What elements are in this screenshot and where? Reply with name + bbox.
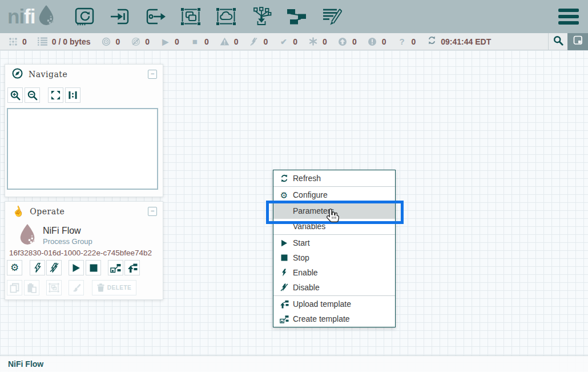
nifi-logo: nifi bbox=[7, 3, 56, 30]
menu-item-label: Configure bbox=[293, 190, 328, 199]
breadcrumb-bar: NiFi Flow bbox=[0, 355, 588, 372]
last-refreshed-time: 09:41:44 EDT bbox=[441, 37, 491, 46]
remote-process-group-icon[interactable] bbox=[215, 6, 237, 27]
stop-icon bbox=[279, 254, 289, 261]
search-icon bbox=[553, 35, 563, 48]
invalid-icon bbox=[220, 37, 229, 46]
stopped-icon: ■ bbox=[190, 37, 200, 46]
enable-button[interactable] bbox=[30, 260, 45, 275]
operate-selection: NiFi Flow Process Group bbox=[18, 222, 92, 249]
funnel-icon[interactable] bbox=[250, 6, 273, 27]
not-transmitting-icon bbox=[131, 37, 140, 46]
locally-modified-stale-count: 0 bbox=[382, 37, 386, 46]
running-count: 0 bbox=[175, 37, 179, 46]
paste-icon bbox=[27, 283, 37, 293]
refresh-icon[interactable] bbox=[428, 36, 436, 47]
paste-button[interactable] bbox=[24, 280, 39, 295]
queued-count: 0 / 0 bytes bbox=[52, 37, 91, 46]
template-icon[interactable] bbox=[285, 6, 308, 27]
color-button[interactable] bbox=[69, 280, 84, 295]
play-icon bbox=[72, 263, 80, 273]
zoom-in-button[interactable] bbox=[7, 87, 23, 103]
menu-item-label: Upload template bbox=[293, 299, 351, 309]
breadcrumb-root[interactable]: NiFi Flow bbox=[8, 359, 43, 369]
stat-active-threads: 0 bbox=[8, 37, 27, 46]
birdseye-minimap[interactable] bbox=[7, 108, 158, 190]
hand-icon: ☝ bbox=[10, 204, 26, 219]
upload-template-button[interactable] bbox=[124, 260, 140, 275]
zoom-out-button[interactable] bbox=[25, 87, 40, 103]
processor-icon[interactable] bbox=[73, 6, 96, 27]
menu-separator bbox=[273, 186, 395, 187]
output-port-icon[interactable] bbox=[144, 6, 167, 27]
operate-panel: ☝ Operate − NiFi Flow Process Group 16f3… bbox=[5, 201, 163, 300]
menu-item-disable[interactable]: Disable bbox=[273, 280, 395, 295]
locally-modified-stale-icon bbox=[368, 37, 377, 46]
menu-item-parameters[interactable]: Parameters bbox=[273, 202, 395, 219]
zoom-fit-button[interactable] bbox=[48, 87, 63, 103]
create-template-button[interactable] bbox=[108, 260, 123, 275]
menu-item-configure[interactable]: ⚙ Configure bbox=[273, 187, 395, 202]
stat-queued: 0 / 0 bytes bbox=[38, 37, 91, 46]
menu-separator bbox=[273, 295, 395, 296]
stat-running: ▶ 0 bbox=[160, 37, 179, 46]
menu-item-start[interactable]: Start bbox=[273, 235, 395, 250]
stop-icon bbox=[90, 264, 98, 272]
start-button[interactable] bbox=[69, 260, 84, 275]
global-menu-icon[interactable] bbox=[558, 9, 579, 25]
component-toolbar bbox=[73, 0, 356, 33]
transmitting-icon bbox=[102, 37, 111, 46]
paintbrush-icon bbox=[71, 283, 81, 293]
operate-panel-title: Operate bbox=[30, 207, 148, 216]
active-threads-count: 0 bbox=[22, 37, 27, 46]
navigate-collapse-button[interactable]: − bbox=[148, 70, 157, 79]
stale-count: 0 bbox=[352, 37, 357, 46]
search-button[interactable] bbox=[549, 33, 567, 50]
running-icon: ▶ bbox=[160, 38, 170, 46]
sync-failure-icon: ? bbox=[397, 37, 406, 46]
delete-button-label: DELETE bbox=[107, 285, 131, 291]
menu-item-label: Disable bbox=[293, 283, 320, 292]
copy-button[interactable] bbox=[7, 280, 22, 295]
up-to-date-icon: ✔ bbox=[279, 38, 288, 46]
refresh-status[interactable]: 09:41:44 EDT bbox=[428, 36, 491, 47]
selection-type: Process Group bbox=[43, 237, 92, 246]
group-button[interactable] bbox=[46, 280, 62, 295]
menu-item-enable[interactable]: Enable bbox=[273, 265, 395, 280]
configure-button[interactable]: ⚙ bbox=[7, 260, 22, 275]
menu-item-label: Enable bbox=[293, 268, 318, 277]
process-group-icon[interactable] bbox=[179, 6, 202, 27]
selection-name: NiFi Flow bbox=[43, 226, 92, 236]
stale-icon bbox=[338, 37, 348, 46]
stat-up-to-date: ✔ 0 bbox=[279, 37, 297, 46]
stat-transmitting: 0 bbox=[102, 37, 120, 46]
status-bar: 0 0 / 0 bytes 0 0 ▶ 0 ■ 0 0 bbox=[0, 33, 588, 50]
label-icon[interactable] bbox=[321, 6, 344, 27]
navigate-panel-header: Navigate − bbox=[5, 65, 163, 84]
disabled-count: 0 bbox=[263, 37, 268, 46]
menu-item-upload-template[interactable]: Upload template bbox=[273, 297, 395, 311]
menu-item-label: Create template bbox=[293, 314, 350, 323]
create-template-icon bbox=[110, 263, 121, 273]
compass-icon bbox=[12, 68, 23, 81]
settings-button[interactable] bbox=[567, 33, 588, 50]
delete-button[interactable]: DELETE bbox=[92, 280, 136, 295]
menu-item-stop[interactable]: Stop bbox=[273, 250, 395, 265]
disable-button[interactable] bbox=[46, 260, 62, 275]
context-menu: Refresh ⚙ Configure Parameters Variables… bbox=[273, 170, 396, 327]
operate-collapse-button[interactable]: − bbox=[148, 207, 157, 216]
actual-size-button[interactable] bbox=[65, 87, 80, 103]
menu-item-variables[interactable]: Variables bbox=[273, 219, 395, 234]
locally-modified-count: 0 bbox=[323, 37, 327, 46]
gear-icon: ⚙ bbox=[279, 191, 289, 199]
menu-item-create-template[interactable]: Create template bbox=[273, 311, 395, 326]
input-port-icon[interactable] bbox=[108, 6, 131, 27]
stat-invalid: 0 bbox=[220, 37, 239, 46]
bolt-icon bbox=[34, 263, 41, 273]
active-threads-icon bbox=[8, 37, 18, 46]
logo-text-ni: ni bbox=[7, 3, 24, 30]
operate-panel-header: ☝ Operate − bbox=[5, 202, 163, 221]
locally-modified-icon bbox=[308, 37, 318, 46]
stop-button[interactable] bbox=[86, 260, 101, 275]
menu-item-refresh[interactable]: Refresh bbox=[273, 171, 395, 186]
